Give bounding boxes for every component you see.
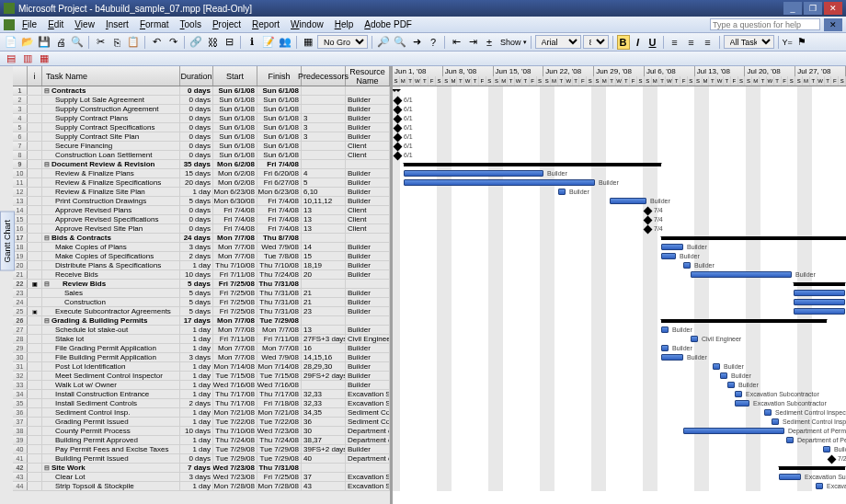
row-number[interactable]: 27	[13, 326, 28, 334]
task-name-cell[interactable]: Grading Permit Issued	[42, 418, 180, 426]
task-name-cell[interactable]: County Permit Process	[42, 427, 180, 435]
res-cell[interactable]: Civil Engineer	[346, 335, 390, 343]
res-cell[interactable]: Builder	[346, 243, 390, 251]
fin-cell[interactable]: Thu 7/31/08	[257, 307, 302, 315]
dur-cell[interactable]: 0 days	[180, 224, 213, 233]
fin-cell[interactable]: Fri 7/4/08	[257, 206, 302, 214]
fin-cell[interactable]: Sun 6/1/08	[257, 132, 302, 141]
table-row[interactable]: 23Sales5 daysFri 7/25/08Thu 7/31/0821Bui…	[13, 289, 390, 298]
row-number[interactable]: 31	[13, 362, 28, 371]
pdf-icon[interactable]: ▤	[4, 52, 18, 66]
row-number[interactable]: 28	[13, 335, 28, 343]
task-name-cell[interactable]: ⊟Grading & Building Permits	[42, 316, 180, 325]
row-number[interactable]: 32	[13, 372, 28, 380]
table-row[interactable]: 22▣⊟Review Bids5 daysFri 7/25/08Thu 7/31…	[13, 280, 390, 289]
row-number[interactable]: 5	[13, 123, 28, 132]
menu-project[interactable]: Project	[207, 17, 246, 31]
dur-cell[interactable]: 1 day	[180, 326, 213, 334]
start-cell[interactable]: Fri 7/11/08	[213, 335, 257, 343]
table-row[interactable]: 14Approve Revised Plans0 daysFri 7/4/08F…	[13, 206, 390, 215]
start-cell[interactable]: Mon 7/7/08	[213, 326, 257, 334]
table-row[interactable]: 18Make Copies of Plans3 daysMon 7/7/08We…	[13, 243, 390, 252]
row-number[interactable]: 29	[13, 344, 28, 352]
fin-cell[interactable]: Wed 7/9/08	[257, 243, 302, 251]
info-icon[interactable]: ℹ	[245, 35, 259, 50]
unlink-icon[interactable]: ⛓	[205, 35, 220, 50]
table-row[interactable]: 21Receive Bids10 daysFri 7/11/08Thu 7/24…	[13, 270, 390, 280]
start-cell[interactable]: Mon 7/7/08	[213, 316, 257, 325]
fontsize-select[interactable]: 8	[583, 35, 609, 49]
res-cell[interactable]: Client	[346, 206, 390, 214]
fin-cell[interactable]: Fri 7/11/08	[257, 335, 302, 343]
table-row[interactable]: 32Meet Sediment Control Inspector1 dayTu…	[13, 372, 390, 381]
underline-button[interactable]: U	[646, 35, 659, 50]
table-row[interactable]: 25▣Execute Subcontractor Agreements5 day…	[13, 307, 390, 316]
task-name-cell[interactable]: Supply Lot Sale Agreement	[42, 96, 180, 104]
res-cell[interactable]: Client	[346, 142, 390, 150]
table-row[interactable]: 20Distribute Plans & Specifications1 day…	[13, 261, 390, 270]
task-name-cell[interactable]: Schedule lot stake-out	[42, 326, 180, 334]
pred-cell[interactable]: 10,11,12	[302, 197, 346, 205]
row-number[interactable]: 8	[13, 151, 28, 159]
dur-cell[interactable]: 0 days	[180, 96, 213, 104]
dur-cell[interactable]: 0 days	[180, 86, 213, 95]
menu-edit[interactable]: Edit	[42, 17, 69, 31]
table-row[interactable]: 30File Building Permit Application3 days…	[13, 353, 390, 362]
res-cell[interactable]: Department of F	[346, 454, 390, 463]
task-name-cell[interactable]: Supply Construction Agreement	[42, 105, 180, 113]
menu-format[interactable]: Format	[134, 17, 175, 31]
start-cell[interactable]: Tue 7/22/08	[213, 418, 257, 426]
table-row[interactable]: 27Schedule lot stake-out1 dayMon 7/7/08M…	[13, 326, 390, 335]
close-button[interactable]: ✕	[824, 2, 842, 15]
res-cell[interactable]	[346, 234, 390, 242]
outdent-icon[interactable]: ⇤	[449, 35, 463, 50]
col-finish[interactable]: Finish	[257, 66, 302, 86]
table-row[interactable]: 24Construction5 daysFri 7/25/08Thu 7/31/…	[13, 298, 390, 307]
fin-cell[interactable]: Fri 7/4/08	[257, 160, 302, 168]
pred-cell[interactable]: 3	[302, 132, 346, 141]
pred-cell[interactable]: 40	[302, 454, 346, 463]
fin-cell[interactable]: Thu 8/7/08	[257, 234, 302, 242]
pred-cell[interactable]	[302, 86, 346, 95]
fin-cell[interactable]: Mon 6/23/08	[257, 188, 302, 196]
row-number[interactable]: 15	[13, 215, 28, 223]
res-cell[interactable]: Builder	[346, 307, 390, 315]
dur-cell[interactable]: 1 day	[180, 482, 213, 490]
start-cell[interactable]: Mon 7/7/08	[213, 353, 257, 361]
task-bar[interactable]	[683, 428, 784, 434]
fin-cell[interactable]: Mon 7/7/08	[257, 344, 302, 352]
task-bar[interactable]	[772, 418, 779, 425]
dur-cell[interactable]: 0 days	[180, 105, 213, 113]
task-name-cell[interactable]: Approve Revised Plans	[42, 206, 180, 214]
res-cell[interactable]: Builder	[346, 326, 390, 334]
start-cell[interactable]: Mon 6/30/08	[213, 197, 257, 205]
row-number[interactable]: 38	[13, 427, 28, 435]
dur-cell[interactable]: 24 days	[180, 234, 213, 242]
table-row[interactable]: 17⊟Bids & Contracts24 daysMon 7/7/08Thu …	[13, 234, 390, 243]
row-number[interactable]: 25	[13, 307, 28, 315]
task-name-cell[interactable]: Review & Finalize Plans	[42, 169, 180, 178]
pred-cell[interactable]: 36	[302, 418, 346, 426]
start-cell[interactable]: Mon 6/23/08	[213, 188, 257, 196]
table-row[interactable]: 9⊟Document Review & Revision35 daysMon 6…	[13, 160, 390, 169]
pred-cell[interactable]: 28,29,30	[302, 362, 346, 371]
pred-cell[interactable]: 21	[302, 298, 346, 306]
res-cell[interactable]: Excavation Sub	[346, 390, 390, 398]
table-row[interactable]: 15Approve Revised Specifications0 daysFr…	[13, 215, 390, 224]
row-number[interactable]: 7	[13, 142, 28, 150]
dur-cell[interactable]: 7 days	[180, 464, 213, 472]
dur-cell[interactable]: 3 days	[180, 473, 213, 481]
pred-cell[interactable]	[302, 316, 346, 325]
row-number[interactable]: 44	[13, 482, 28, 490]
menu-file[interactable]: File	[17, 17, 42, 31]
fin-cell[interactable]: Wed 7/23/08	[257, 427, 302, 435]
start-cell[interactable]: Sun 6/1/08	[213, 96, 257, 104]
res-cell[interactable]: Sediment Contr	[346, 408, 390, 417]
cut-icon[interactable]: ✂	[93, 35, 108, 50]
task-name-cell[interactable]: Distribute Plans & Specifications	[42, 261, 180, 269]
table-row[interactable]: 12Review & Finalize Site Plan1 dayMon 6/…	[13, 188, 390, 197]
row-number[interactable]: 19	[13, 252, 28, 260]
maximize-button[interactable]: ❐	[804, 2, 822, 15]
start-cell[interactable]: Sun 6/1/08	[213, 86, 257, 95]
res-cell[interactable]: Client	[346, 151, 390, 159]
